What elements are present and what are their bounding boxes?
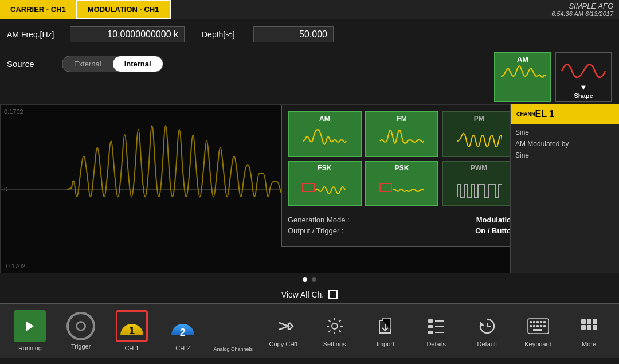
mod-grid: AM FM PM (288, 111, 510, 206)
trigger-btn[interactable]: Trigger (61, 312, 101, 350)
mod-fsk-btn[interactable]: FSK (288, 161, 362, 206)
copy-icon (272, 314, 296, 338)
copy-ch1-btn[interactable]: Copy CH1 (264, 314, 304, 347)
svg-rect-17 (543, 321, 546, 323)
mod-am-btn[interactable]: AM (288, 111, 362, 157)
mod-fm-label: FM (397, 115, 406, 123)
mod-info: Generation Mode : Modulation Output / Tr… (288, 212, 510, 241)
triangle-down-icon: ▼ (580, 83, 587, 92)
more-icon (577, 314, 601, 338)
default-btn[interactable]: Default (467, 314, 507, 347)
trigger-inner-icon (76, 321, 86, 331)
datetime-label: 6:54:36 AM 6/13/2017 (551, 10, 613, 17)
svg-marker-11 (480, 322, 485, 326)
mod-psk-waveform (379, 178, 425, 203)
gen-mode-val: Modulation (476, 216, 510, 224)
header-info: SIMPLE AFG 6:54:36 AM 6/13/2017 (551, 2, 619, 17)
ch2-btn[interactable]: 2 CH 2 (163, 310, 203, 351)
mod-fsk-waveform (301, 178, 347, 203)
svg-rect-26 (593, 319, 597, 324)
waveform-display: 0.1702 0 -0.1702 AM FM (0, 104, 510, 273)
svg-rect-23 (533, 329, 542, 331)
svg-rect-19 (533, 325, 535, 327)
mod-pm-btn[interactable]: PM (442, 111, 510, 157)
keyboard-label: Keyboard (524, 340, 551, 347)
rp-row-1: Sine (515, 128, 614, 136)
more-label: More (582, 340, 596, 347)
out-trig-key: Output / Trigger : (288, 226, 344, 235)
pagination (0, 273, 619, 286)
svg-rect-22 (543, 325, 546, 327)
settings-icon (323, 314, 347, 338)
svg-rect-5 (428, 319, 433, 323)
svg-rect-21 (540, 325, 542, 327)
sine-select-btn[interactable]: ▼ Shape (555, 52, 612, 102)
source-toggle[interactable]: External Internal (62, 56, 163, 72)
external-btn[interactable]: External (62, 56, 113, 72)
trigger-label: Trigger (71, 343, 91, 350)
internal-btn[interactable]: Internal (113, 56, 163, 72)
page-dot-2[interactable] (312, 277, 316, 282)
details-label: Details (426, 340, 446, 347)
import-btn[interactable]: Import (365, 314, 405, 347)
bottom-toolbar: Running Trigger 1 CH 1 2 CH 2 Analog Cha… (0, 303, 619, 358)
top-bar: CARRIER - CH1 MODULATION - CH1 SIMPLE AF… (0, 0, 619, 19)
default-label: Default (477, 340, 497, 347)
svg-rect-15 (536, 321, 539, 323)
mod-fsk-label: FSK (318, 164, 331, 172)
mod-pwm-btn[interactable]: PWM (442, 161, 510, 206)
gen-mode-key: Generation Mode : (288, 216, 350, 224)
mod-fm-btn[interactable]: FM (365, 111, 439, 157)
right-panel: CHANNEL 1 Sine AM Modulated by Sine (510, 104, 619, 273)
mode-label: SIMPLE AFG (569, 2, 613, 10)
page-dot-1[interactable] (303, 277, 307, 282)
svg-rect-13 (530, 321, 532, 323)
modtype-panel: AM ▼ Shape (487, 49, 619, 104)
svg-rect-14 (533, 321, 535, 323)
ch1-num: 1 (129, 325, 135, 337)
mod-type-popup: AM FM PM (281, 105, 510, 247)
depth-label: Depth[%] (202, 30, 248, 39)
ch1-label: CH 1 (124, 345, 139, 351)
svg-rect-29 (593, 325, 597, 330)
svg-rect-0 (303, 183, 314, 191)
svg-rect-28 (587, 325, 591, 330)
ch2-label: CH 2 (175, 345, 190, 351)
details-btn[interactable]: Details (416, 314, 456, 347)
mod-pwm-label: PWM (471, 164, 487, 172)
ch1-btn[interactable]: 1 CH 1 (112, 310, 152, 351)
view-all-label: View All Ch. (281, 290, 324, 299)
rp-row-2: AM Modulated by (515, 140, 614, 148)
copy-ch1-label: Copy CH1 (269, 340, 298, 347)
running-btn[interactable]: Running (10, 310, 50, 351)
keyboard-btn[interactable]: Keyboard (518, 314, 558, 347)
ch1-icon: 1 (116, 310, 148, 342)
divider-1 (233, 310, 233, 344)
am-select-btn[interactable]: AM (494, 52, 551, 102)
more-btn[interactable]: More (569, 314, 609, 347)
mod-am-label: AM (319, 115, 330, 123)
settings-btn[interactable]: Settings (315, 314, 355, 347)
freq-input[interactable] (70, 26, 185, 42)
am-waveform-icon (500, 64, 546, 89)
main-area: 0.1702 0 -0.1702 AM FM (0, 104, 619, 273)
mod-pm-waveform (456, 128, 502, 154)
trigger-icon (66, 312, 95, 340)
tab-modulation[interactable]: MODULATION - CH1 (76, 0, 171, 19)
import-icon (373, 314, 397, 338)
import-label: Import (377, 340, 394, 347)
out-trig-val: On / Button (475, 226, 510, 235)
play-icon[interactable] (14, 310, 46, 342)
mod-psk-btn[interactable]: PSK (365, 161, 439, 206)
gen-mode-row: Generation Mode : Modulation (288, 216, 510, 224)
view-all-row: View All Ch. (0, 286, 619, 303)
mod-fm-waveform (379, 128, 425, 154)
depth-input[interactable] (253, 26, 334, 42)
tab-carrier[interactable]: CARRIER - CH1 (0, 0, 76, 19)
running-label: Running (18, 345, 42, 351)
mod-am-waveform (301, 128, 347, 154)
svg-rect-25 (587, 319, 591, 324)
ch2-icon: 2 (169, 310, 197, 342)
svg-rect-7 (428, 331, 433, 334)
view-all-checkbox[interactable] (328, 290, 338, 299)
